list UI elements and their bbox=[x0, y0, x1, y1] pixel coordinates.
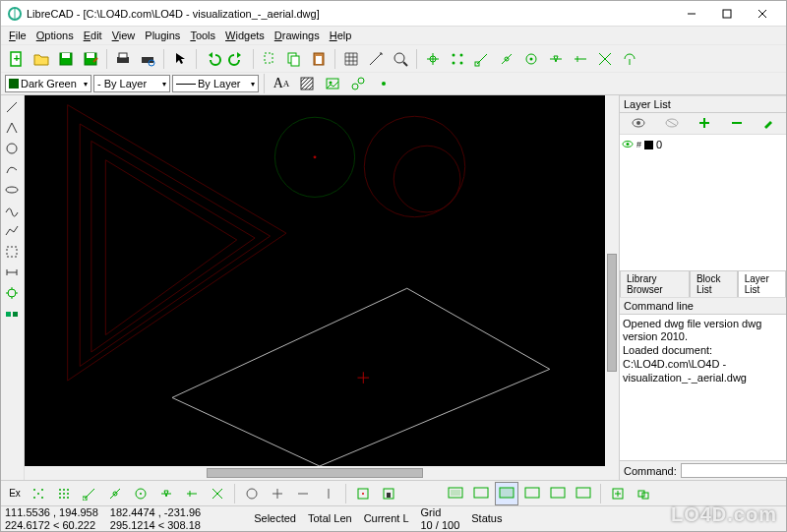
width-dropdown[interactable]: - By Layer ▾ bbox=[93, 75, 170, 92]
screen5-icon[interactable] bbox=[546, 482, 570, 505]
snap-center-icon[interactable] bbox=[129, 482, 152, 505]
tab-layer[interactable]: Layer List bbox=[738, 270, 786, 297]
open-button[interactable] bbox=[30, 47, 53, 71]
vertical-scrollbar[interactable] bbox=[605, 95, 619, 480]
select-region-tool[interactable] bbox=[1, 242, 23, 262]
snap-middle-button[interactable] bbox=[544, 47, 568, 71]
svg-point-72 bbox=[627, 143, 630, 146]
snap-free-icon[interactable] bbox=[27, 482, 50, 505]
svg-point-35 bbox=[530, 57, 533, 60]
menu-help[interactable]: Help bbox=[326, 29, 356, 42]
menu-widgets[interactable]: Widgets bbox=[221, 29, 269, 42]
restrict-v-icon[interactable] bbox=[317, 482, 340, 505]
snap-free-button[interactable] bbox=[421, 47, 445, 71]
menu-view[interactable]: View bbox=[108, 29, 140, 42]
maximize-button[interactable] bbox=[709, 2, 745, 26]
eye-icon[interactable] bbox=[632, 118, 645, 130]
edit-layer-button[interactable] bbox=[762, 117, 774, 131]
menu-tools[interactable]: Tools bbox=[186, 29, 219, 42]
svg-point-61 bbox=[394, 146, 460, 212]
drawing-canvas[interactable] bbox=[25, 95, 605, 466]
restrict-ortho-icon[interactable] bbox=[266, 482, 289, 505]
line-tool[interactable] bbox=[1, 97, 23, 117]
hatch-tool-button[interactable] bbox=[295, 72, 319, 95]
restrict-none-icon[interactable] bbox=[240, 482, 264, 505]
paste-button[interactable] bbox=[307, 47, 331, 71]
minimize-button[interactable] bbox=[674, 2, 709, 26]
menu-edit[interactable]: Edit bbox=[80, 29, 106, 42]
undo-button[interactable] bbox=[201, 47, 224, 71]
snap-dist-icon[interactable] bbox=[180, 482, 204, 505]
more-tool-button[interactable] bbox=[372, 72, 395, 95]
lockrelzero-icon[interactable] bbox=[377, 482, 400, 505]
info-tool[interactable] bbox=[1, 304, 23, 324]
layer-row[interactable]: # 0 bbox=[622, 137, 784, 152]
scrollbar-thumb[interactable] bbox=[607, 254, 617, 372]
menu-file[interactable]: FFileile bbox=[5, 29, 30, 42]
copy-button[interactable] bbox=[282, 47, 306, 71]
circle-tool[interactable] bbox=[1, 139, 23, 158]
spline-tool[interactable] bbox=[1, 201, 23, 220]
dimension-tool[interactable] bbox=[1, 263, 23, 282]
exclusive-snap-button[interactable]: Ex bbox=[5, 482, 25, 505]
screen6-icon[interactable] bbox=[572, 482, 595, 505]
tab-library[interactable]: Library Browser bbox=[620, 270, 690, 297]
eye-off-icon[interactable] bbox=[665, 118, 679, 130]
curve-tool[interactable] bbox=[1, 159, 23, 179]
tab-block[interactable]: Block List bbox=[690, 270, 738, 297]
grid-button[interactable] bbox=[339, 47, 363, 71]
snap-distance-button[interactable] bbox=[569, 47, 592, 71]
snap-on-button[interactable] bbox=[495, 47, 518, 71]
layer-list[interactable]: # 0 bbox=[620, 135, 786, 279]
horizontal-scrollbar[interactable] bbox=[25, 466, 605, 480]
menu-options[interactable]: Options bbox=[32, 29, 78, 42]
ellipse-tool[interactable] bbox=[1, 180, 23, 200]
snap-grid-icon[interactable] bbox=[52, 482, 76, 505]
add-layer-button[interactable] bbox=[698, 117, 710, 131]
command-input[interactable] bbox=[681, 463, 787, 478]
main-toolbar: + bbox=[1, 44, 786, 72]
linetype-dropdown[interactable]: By Layer ▾ bbox=[172, 75, 259, 92]
snap-center-button[interactable] bbox=[519, 47, 543, 71]
save-button[interactable] bbox=[54, 47, 78, 71]
text-tool-button[interactable]: AA bbox=[270, 72, 293, 95]
cut-button[interactable] bbox=[258, 47, 281, 71]
select-button[interactable] bbox=[168, 47, 192, 71]
snap-inter-icon[interactable] bbox=[206, 482, 229, 505]
snap-grid-button[interactable] bbox=[446, 47, 469, 71]
draft-button[interactable] bbox=[364, 47, 388, 71]
print-preview-button[interactable] bbox=[136, 47, 159, 71]
snap-intersection-button[interactable] bbox=[593, 47, 617, 71]
window-controls bbox=[674, 2, 780, 26]
screen2-icon[interactable] bbox=[469, 482, 493, 505]
zoom-in-button[interactable] bbox=[606, 482, 630, 505]
screen3-icon[interactable] bbox=[495, 482, 518, 505]
polyline-tool[interactable] bbox=[1, 221, 23, 241]
redo-button[interactable] bbox=[225, 47, 249, 71]
close-button[interactable] bbox=[745, 2, 780, 26]
scrollbar-thumb[interactable] bbox=[207, 468, 423, 478]
remove-layer-button[interactable] bbox=[731, 117, 743, 131]
new-button[interactable]: + bbox=[5, 47, 29, 71]
snap-end-icon[interactable] bbox=[78, 482, 101, 505]
print-button[interactable] bbox=[111, 47, 135, 71]
point-tool-button[interactable] bbox=[346, 72, 370, 95]
snap-endpoint-button[interactable] bbox=[470, 47, 494, 71]
modify-tool[interactable] bbox=[1, 283, 23, 303]
eye-icon[interactable] bbox=[622, 139, 634, 150]
zoom-auto-button[interactable] bbox=[389, 47, 412, 71]
color-dropdown[interactable]: Dark Green ▾ bbox=[5, 75, 91, 92]
saveas-button[interactable] bbox=[79, 47, 102, 71]
restrict-button[interactable] bbox=[618, 47, 641, 71]
zoom-pan-button[interactable] bbox=[632, 482, 655, 505]
screen4-icon[interactable] bbox=[520, 482, 544, 505]
restrict-h-icon[interactable] bbox=[291, 482, 315, 505]
screen1-icon[interactable] bbox=[444, 482, 467, 505]
image-tool-button[interactable] bbox=[321, 72, 344, 95]
angle-line-tool[interactable] bbox=[1, 118, 23, 138]
relzero-icon[interactable] bbox=[351, 482, 375, 505]
menu-drawings[interactable]: Drawings bbox=[271, 29, 324, 42]
menu-plugins[interactable]: Plugins bbox=[141, 29, 184, 42]
snap-on-icon[interactable] bbox=[103, 482, 127, 505]
snap-mid-icon[interactable] bbox=[154, 482, 178, 505]
